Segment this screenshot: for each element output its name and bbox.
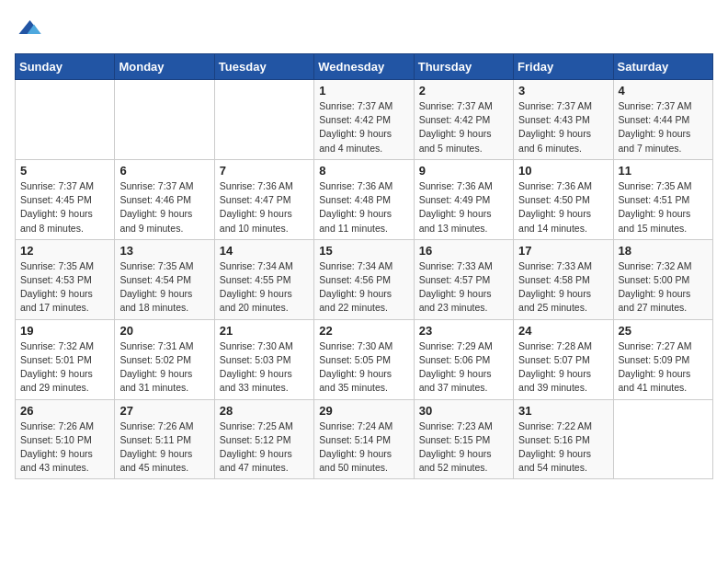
day-cell: 6Sunrise: 7:37 AM Sunset: 4:46 PM Daylig… — [115, 159, 214, 239]
day-cell: 7Sunrise: 7:36 AM Sunset: 4:47 PM Daylig… — [214, 159, 313, 239]
header-cell-tuesday: Tuesday — [214, 54, 313, 80]
day-cell: 30Sunrise: 7:23 AM Sunset: 5:15 PM Dayli… — [414, 399, 513, 479]
day-info: Sunrise: 7:37 AM Sunset: 4:42 PM Dayligh… — [319, 99, 408, 155]
calendar-table: SundayMondayTuesdayWednesdayThursdayFrid… — [15, 53, 713, 479]
day-cell: 5Sunrise: 7:37 AM Sunset: 4:45 PM Daylig… — [16, 159, 115, 239]
day-info: Sunrise: 7:33 AM Sunset: 4:57 PM Dayligh… — [419, 259, 508, 316]
day-cell: 24Sunrise: 7:28 AM Sunset: 5:07 PM Dayli… — [514, 319, 613, 399]
day-info: Sunrise: 7:36 AM Sunset: 4:48 PM Dayligh… — [319, 179, 408, 236]
day-number: 27 — [119, 404, 209, 418]
page-header — [15, 15, 713, 42]
day-info: Sunrise: 7:33 AM Sunset: 4:58 PM Dayligh… — [518, 259, 608, 316]
day-number: 4 — [619, 84, 708, 98]
day-cell: 28Sunrise: 7:25 AM Sunset: 5:12 PM Dayli… — [214, 399, 313, 479]
day-number: 3 — [518, 84, 608, 98]
header-cell-sunday: Sunday — [16, 54, 115, 80]
week-row-1: 1Sunrise: 7:37 AM Sunset: 4:42 PM Daylig… — [16, 80, 713, 160]
day-info: Sunrise: 7:37 AM Sunset: 4:46 PM Dayligh… — [119, 179, 209, 236]
day-cell: 10Sunrise: 7:36 AM Sunset: 4:50 PM Dayli… — [514, 159, 613, 239]
header-row: SundayMondayTuesdayWednesdayThursdayFrid… — [16, 54, 713, 80]
day-cell: 29Sunrise: 7:24 AM Sunset: 5:14 PM Dayli… — [314, 399, 414, 479]
day-cell: 1Sunrise: 7:37 AM Sunset: 4:42 PM Daylig… — [314, 80, 414, 160]
week-row-2: 5Sunrise: 7:37 AM Sunset: 4:45 PM Daylig… — [16, 159, 713, 239]
day-number: 19 — [20, 324, 109, 338]
logo-icon — [15, 15, 42, 42]
day-number: 5 — [20, 164, 109, 178]
day-cell: 26Sunrise: 7:26 AM Sunset: 5:10 PM Dayli… — [16, 399, 115, 479]
day-info: Sunrise: 7:36 AM Sunset: 4:47 PM Dayligh… — [220, 179, 309, 236]
calendar-header: SundayMondayTuesdayWednesdayThursdayFrid… — [16, 54, 713, 80]
day-info: Sunrise: 7:35 AM Sunset: 4:51 PM Dayligh… — [619, 179, 708, 236]
day-number: 11 — [619, 164, 708, 178]
calendar-body: 1Sunrise: 7:37 AM Sunset: 4:42 PM Daylig… — [16, 80, 713, 479]
day-info: Sunrise: 7:30 AM Sunset: 5:05 PM Dayligh… — [319, 339, 408, 396]
week-row-3: 12Sunrise: 7:35 AM Sunset: 4:53 PM Dayli… — [16, 239, 713, 319]
day-info: Sunrise: 7:37 AM Sunset: 4:42 PM Dayligh… — [419, 99, 508, 155]
day-number: 23 — [419, 324, 508, 338]
header-cell-monday: Monday — [115, 54, 214, 80]
week-row-5: 26Sunrise: 7:26 AM Sunset: 5:10 PM Dayli… — [16, 399, 713, 479]
day-cell: 22Sunrise: 7:30 AM Sunset: 5:05 PM Dayli… — [314, 319, 414, 399]
day-number: 14 — [220, 244, 309, 258]
day-info: Sunrise: 7:23 AM Sunset: 5:15 PM Dayligh… — [419, 419, 508, 476]
day-number: 16 — [419, 244, 508, 258]
day-cell: 13Sunrise: 7:35 AM Sunset: 4:54 PM Dayli… — [115, 239, 214, 319]
day-number: 7 — [220, 164, 309, 178]
day-info: Sunrise: 7:27 AM Sunset: 5:09 PM Dayligh… — [619, 339, 708, 396]
day-number: 10 — [518, 164, 608, 178]
day-cell: 27Sunrise: 7:26 AM Sunset: 5:11 PM Dayli… — [115, 399, 214, 479]
day-cell: 11Sunrise: 7:35 AM Sunset: 4:51 PM Dayli… — [613, 159, 712, 239]
day-cell: 12Sunrise: 7:35 AM Sunset: 4:53 PM Dayli… — [16, 239, 115, 319]
day-cell: 23Sunrise: 7:29 AM Sunset: 5:06 PM Dayli… — [414, 319, 513, 399]
day-cell: 21Sunrise: 7:30 AM Sunset: 5:03 PM Dayli… — [214, 319, 313, 399]
header-cell-friday: Friday — [514, 54, 613, 80]
day-info: Sunrise: 7:35 AM Sunset: 4:54 PM Dayligh… — [119, 259, 209, 316]
day-info: Sunrise: 7:22 AM Sunset: 5:16 PM Dayligh… — [518, 419, 608, 476]
day-info: Sunrise: 7:30 AM Sunset: 5:03 PM Dayligh… — [220, 339, 309, 396]
day-number: 22 — [319, 324, 408, 338]
day-cell: 8Sunrise: 7:36 AM Sunset: 4:48 PM Daylig… — [314, 159, 414, 239]
day-number: 26 — [20, 404, 109, 418]
day-cell — [115, 80, 214, 160]
day-cell: 18Sunrise: 7:32 AM Sunset: 5:00 PM Dayli… — [613, 239, 712, 319]
day-number: 21 — [220, 324, 309, 338]
day-number: 1 — [319, 84, 408, 98]
day-cell: 19Sunrise: 7:32 AM Sunset: 5:01 PM Dayli… — [16, 319, 115, 399]
day-info: Sunrise: 7:29 AM Sunset: 5:06 PM Dayligh… — [419, 339, 508, 396]
day-cell: 9Sunrise: 7:36 AM Sunset: 4:49 PM Daylig… — [414, 159, 513, 239]
day-info: Sunrise: 7:36 AM Sunset: 4:50 PM Dayligh… — [518, 179, 608, 236]
day-number: 18 — [619, 244, 708, 258]
day-number: 24 — [518, 324, 608, 338]
day-info: Sunrise: 7:32 AM Sunset: 5:01 PM Dayligh… — [20, 339, 109, 396]
day-number: 12 — [20, 244, 109, 258]
day-cell — [214, 80, 313, 160]
day-info: Sunrise: 7:36 AM Sunset: 4:49 PM Dayligh… — [419, 179, 508, 236]
header-cell-saturday: Saturday — [613, 54, 712, 80]
day-cell: 16Sunrise: 7:33 AM Sunset: 4:57 PM Dayli… — [414, 239, 513, 319]
day-cell: 15Sunrise: 7:34 AM Sunset: 4:56 PM Dayli… — [314, 239, 414, 319]
day-number: 17 — [518, 244, 608, 258]
logo — [15, 15, 46, 42]
day-cell: 17Sunrise: 7:33 AM Sunset: 4:58 PM Dayli… — [514, 239, 613, 319]
day-cell: 3Sunrise: 7:37 AM Sunset: 4:43 PM Daylig… — [514, 80, 613, 160]
day-info: Sunrise: 7:34 AM Sunset: 4:56 PM Dayligh… — [319, 259, 408, 316]
day-info: Sunrise: 7:32 AM Sunset: 5:00 PM Dayligh… — [619, 259, 708, 316]
day-info: Sunrise: 7:37 AM Sunset: 4:43 PM Dayligh… — [518, 99, 608, 155]
day-cell: 2Sunrise: 7:37 AM Sunset: 4:42 PM Daylig… — [414, 80, 513, 160]
header-cell-thursday: Thursday — [414, 54, 513, 80]
day-cell: 31Sunrise: 7:22 AM Sunset: 5:16 PM Dayli… — [514, 399, 613, 479]
day-cell — [613, 399, 712, 479]
day-number: 28 — [220, 404, 309, 418]
day-cell — [16, 80, 115, 160]
week-row-4: 19Sunrise: 7:32 AM Sunset: 5:01 PM Dayli… — [16, 319, 713, 399]
day-info: Sunrise: 7:35 AM Sunset: 4:53 PM Dayligh… — [20, 259, 109, 316]
day-number: 15 — [319, 244, 408, 258]
day-cell: 20Sunrise: 7:31 AM Sunset: 5:02 PM Dayli… — [115, 319, 214, 399]
day-info: Sunrise: 7:28 AM Sunset: 5:07 PM Dayligh… — [518, 339, 608, 396]
day-number: 2 — [419, 84, 508, 98]
day-info: Sunrise: 7:26 AM Sunset: 5:10 PM Dayligh… — [20, 419, 109, 476]
day-info: Sunrise: 7:24 AM Sunset: 5:14 PM Dayligh… — [319, 419, 408, 476]
day-number: 20 — [119, 324, 209, 338]
day-info: Sunrise: 7:37 AM Sunset: 4:44 PM Dayligh… — [619, 99, 708, 155]
day-info: Sunrise: 7:25 AM Sunset: 5:12 PM Dayligh… — [220, 419, 309, 476]
